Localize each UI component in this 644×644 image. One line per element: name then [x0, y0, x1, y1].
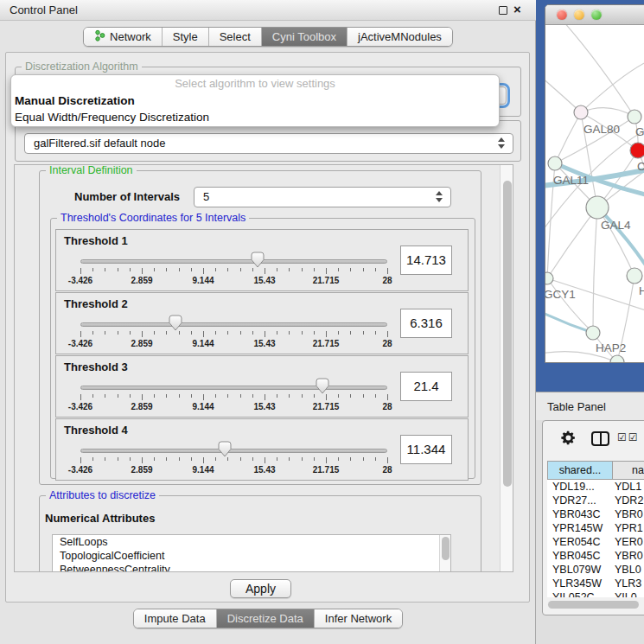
attributes-scrollbar[interactable] — [439, 535, 450, 572]
attribute-item-topologicalcoefficient[interactable]: TopologicalCoefficient — [53, 549, 450, 563]
network-edge[interactable] — [563, 25, 634, 117]
network-node-gal80[interactable] — [574, 105, 588, 119]
threshold-slider-thumb[interactable] — [218, 441, 232, 457]
threshold-value-field[interactable]: 21.4 — [400, 372, 452, 401]
network-edge[interactable] — [593, 207, 597, 333]
attributes-scrollbar-thumb[interactable] — [442, 537, 450, 560]
slider-tick — [92, 331, 93, 335]
slider-tick — [387, 268, 388, 274]
cell-name: YDL1 — [615, 480, 641, 494]
threshold-slider-thumb[interactable] — [169, 315, 182, 331]
network-edge[interactable] — [555, 112, 581, 163]
table-row[interactable]: YPR145WYPR1 — [547, 521, 644, 535]
slider-tick — [375, 457, 376, 461]
threshold-slider-thumb[interactable] — [251, 252, 265, 268]
tab-impute-data[interactable]: Impute Data — [134, 609, 217, 628]
slider-tick-label: 15.43 — [237, 402, 292, 411]
network-node-gal4[interactable] — [586, 196, 609, 219]
network-edge-highlighted[interactable] — [545, 312, 593, 333]
table-row[interactable]: YDL19...YDL1 — [547, 480, 644, 494]
close-traffic-light-icon[interactable] — [557, 10, 567, 20]
network-node-hap2[interactable] — [586, 326, 600, 340]
tab-cyni-toolbox[interactable]: Cyni Toolbox — [262, 28, 348, 46]
tab-network[interactable]: Network — [84, 28, 163, 46]
tab-infer-network[interactable]: Infer Network — [315, 609, 402, 628]
threshold-value-field[interactable]: 11.344 — [400, 435, 452, 464]
slider-tick-label: 28 — [360, 339, 415, 348]
slider-tick — [215, 457, 216, 461]
attributes-title: Attributes to discretize — [46, 489, 159, 501]
tab-style[interactable]: Style — [163, 28, 209, 46]
table-row[interactable]: YBL079WYBL0 — [547, 563, 644, 577]
table-row[interactable]: YDR27...YDR2 — [547, 494, 644, 507]
algorithm-placeholder-option[interactable]: Select algorithm to view settings — [11, 75, 499, 92]
slider-tick — [179, 331, 180, 335]
algorithm-option-equal-width-frequency-discretization[interactable]: Equal Width/Frequency Discretization — [11, 109, 499, 125]
network-edge[interactable] — [547, 207, 597, 278]
settings-scrollbar-thumb[interactable] — [503, 181, 512, 487]
network-node-gal11[interactable] — [548, 156, 562, 170]
slider-tick — [166, 331, 167, 335]
table-data-combo[interactable]: galFiltered.sif default node — [24, 133, 513, 154]
column-header-shared[interactable]: shared... — [547, 461, 613, 480]
table-row[interactable]: YBR045CYBR0 — [547, 549, 644, 563]
threshold-slider-track[interactable] — [80, 386, 387, 390]
threshold-value-field[interactable]: 6.316 — [400, 309, 452, 338]
tab-discretize-data[interactable]: Discretize Data — [217, 609, 315, 628]
tab-jactivemnodules[interactable]: jActiveMNodules — [348, 28, 452, 46]
attribute-item-selfloops[interactable]: SelfLoops — [53, 535, 450, 549]
threshold-slider-track[interactable] — [80, 322, 387, 327]
column-layout-icon[interactable] — [591, 431, 609, 446]
slider-tick — [191, 268, 192, 271]
network-node-c[interactable] — [630, 143, 644, 158]
settings-scrollbar[interactable] — [500, 165, 513, 571]
threshold-row-2: Threshold 2-3.4262.8599.14415.4321.71528… — [55, 292, 469, 354]
table-row[interactable]: YLR345WYLR3 — [547, 577, 644, 590]
cell-shared-name: YDR27... — [552, 494, 596, 507]
algorithm-option-manual-discretization[interactable]: Manual Discretization — [11, 92, 499, 109]
network-edge[interactable] — [581, 60, 644, 112]
threshold-value-field[interactable]: 14.713 — [400, 245, 452, 275]
slider-tick — [277, 268, 277, 271]
network-window-titlebar[interactable] — [545, 5, 644, 25]
table-row[interactable]: YBR043CYBR0 — [547, 507, 644, 521]
threshold-slider-track[interactable] — [80, 259, 387, 264]
zoom-traffic-light-icon[interactable] — [591, 10, 602, 20]
network-edge[interactable] — [581, 108, 634, 117]
network-node-label: GAL4 — [601, 219, 631, 232]
tab-select[interactable]: Select — [209, 28, 262, 46]
slider-tick — [118, 457, 118, 461]
threshold-slider-track[interactable] — [80, 449, 387, 453]
number-of-intervals-combo[interactable]: 5 — [194, 187, 451, 207]
slider-tick-label: 21.715 — [298, 402, 354, 411]
float-window-icon[interactable] — [499, 6, 507, 15]
apply-button[interactable]: Apply — [230, 579, 291, 598]
panel-title: Control Panel — [10, 3, 78, 16]
slider-tick — [191, 394, 192, 398]
slider-tick — [387, 457, 388, 463]
gear-icon[interactable] — [560, 430, 577, 446]
attribute-item-betweennesscentrality[interactable]: BetweennessCentrality — [53, 563, 450, 572]
slider-tick — [326, 457, 327, 463]
slider-tick — [326, 394, 327, 400]
network-graph[interactable]: GAL80GACGAL11GAL4GCY1HHAP2 — [545, 25, 644, 363]
minimize-traffic-light-icon[interactable] — [574, 10, 584, 20]
network-node-label: GA — [635, 125, 644, 138]
table-row[interactable]: YER054CYER0 — [547, 535, 644, 549]
network-edge-highlighted[interactable] — [597, 207, 644, 273]
network-node-ga[interactable] — [628, 110, 641, 124]
select-columns-icons[interactable]: ☑☑ — [617, 431, 640, 443]
column-header-name[interactable]: na — [612, 461, 644, 480]
threshold-slider-thumb[interactable] — [316, 378, 329, 394]
network-node-gcy1[interactable] — [545, 272, 553, 284]
close-icon[interactable]: × — [513, 2, 521, 16]
slider-tick — [265, 457, 265, 463]
threshold-label: Threshold 2 — [64, 297, 128, 310]
network-edge[interactable] — [545, 77, 581, 112]
network-node-h[interactable] — [627, 268, 642, 284]
slider-tick-label: 21.715 — [298, 465, 354, 475]
table-hscrollbar-thumb[interactable] — [548, 601, 639, 609]
tab-label: Cyni Toolbox — [272, 30, 336, 43]
table-row[interactable]: YIL052CYIL0 — [547, 590, 644, 597]
slider-tick — [80, 457, 81, 463]
